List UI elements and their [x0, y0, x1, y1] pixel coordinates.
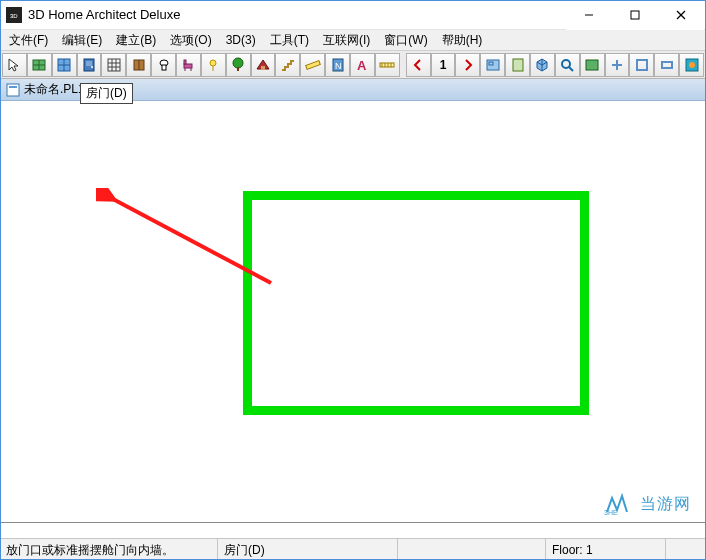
svg-point-24	[210, 60, 216, 66]
status-floor: Floor: 1	[546, 539, 666, 560]
pointer-icon[interactable]	[2, 53, 27, 77]
plan-rectangle[interactable]	[243, 191, 589, 415]
alt-tool-4[interactable]	[654, 53, 679, 77]
stairs-icon[interactable]	[275, 53, 300, 77]
ruler-icon[interactable]	[300, 53, 325, 77]
next-icon[interactable]	[455, 53, 480, 77]
svg-rect-20	[184, 64, 192, 68]
maximize-button[interactable]	[612, 0, 658, 30]
svg-point-14	[91, 66, 93, 68]
zoom-icon[interactable]	[555, 53, 580, 77]
wall-icon[interactable]	[27, 53, 52, 77]
prev-icon[interactable]	[406, 53, 431, 77]
canvas[interactable]: 3HE 当游网	[0, 101, 706, 523]
status-spacer	[398, 539, 546, 560]
elevation-icon[interactable]	[505, 53, 530, 77]
status-end	[666, 539, 706, 560]
svg-point-37	[562, 60, 570, 68]
menu-window[interactable]: 窗口(W)	[377, 30, 434, 51]
lamp-icon[interactable]	[201, 53, 226, 77]
menu-help[interactable]: 帮助(H)	[435, 30, 490, 51]
watermark: 3HE 当游网	[604, 492, 691, 516]
svg-rect-13	[86, 61, 92, 66]
menu-edit[interactable]: 编辑(E)	[55, 30, 109, 51]
svg-rect-44	[7, 84, 19, 96]
document-icon	[6, 83, 20, 97]
svg-rect-19	[162, 65, 166, 70]
app-title: 3D Home Architect Deluxe	[28, 7, 566, 22]
app-icon: 3D	[6, 7, 22, 23]
window-icon[interactable]	[52, 53, 77, 77]
svg-rect-28	[261, 66, 265, 70]
3d-icon[interactable]	[530, 53, 555, 77]
watermark-logo-icon: 3HE	[604, 492, 634, 516]
page-number: 1	[440, 58, 447, 72]
svg-rect-21	[184, 60, 186, 64]
fire-icon[interactable]	[679, 53, 704, 77]
svg-rect-41	[662, 62, 672, 68]
svg-line-38	[569, 67, 573, 71]
toilet-icon[interactable]	[151, 53, 176, 77]
close-button[interactable]	[658, 0, 704, 30]
tree-icon[interactable]	[226, 53, 251, 77]
svg-rect-39	[586, 60, 598, 70]
alt-tool-3[interactable]	[629, 53, 654, 77]
dimension-icon[interactable]	[375, 53, 400, 77]
menu-file[interactable]: 文件(F)	[2, 30, 55, 51]
statusbar: 放门口或标准摇摆舱门向内墙。 房门(D) Floor: 1	[0, 538, 706, 560]
watermark-text: 当游网	[640, 494, 691, 515]
svg-rect-36	[513, 59, 523, 71]
cabinet-icon[interactable]	[126, 53, 151, 77]
svg-point-26	[233, 58, 243, 68]
svg-rect-45	[9, 86, 17, 88]
text-icon[interactable]: A	[350, 53, 375, 77]
svg-rect-15	[108, 59, 120, 71]
menu-options[interactable]: 选项(O)	[163, 30, 218, 51]
svg-line-46	[111, 198, 271, 283]
svg-rect-27	[237, 67, 239, 71]
window-controls	[566, 0, 704, 30]
chair-icon[interactable]	[176, 53, 201, 77]
alt-tool-1[interactable]	[580, 53, 605, 77]
alt-tool-2[interactable]	[605, 53, 630, 77]
annotation-arrow	[96, 188, 286, 298]
titlebar: 3D 3D Home Architect Deluxe	[0, 0, 706, 30]
menu-build[interactable]: 建立(B)	[109, 30, 163, 51]
toolbar: N A 1	[0, 51, 706, 79]
svg-rect-40	[637, 60, 647, 70]
tooltip: 房门(D)	[80, 83, 133, 104]
svg-rect-3	[631, 11, 639, 19]
grid-icon[interactable]	[101, 53, 126, 77]
svg-text:3D: 3D	[10, 13, 18, 19]
roof-icon[interactable]	[251, 53, 276, 77]
page-1-icon[interactable]: 1	[431, 53, 456, 77]
menu-internet[interactable]: 互联网(I)	[316, 30, 377, 51]
door-icon[interactable]	[77, 53, 102, 77]
svg-rect-29	[305, 60, 320, 69]
svg-text:A: A	[357, 58, 367, 73]
menu-3d[interactable]: 3D(3)	[219, 31, 263, 49]
note-icon[interactable]: N	[325, 53, 350, 77]
minimize-button[interactable]	[566, 0, 612, 30]
menubar: 文件(F) 编辑(E) 建立(B) 选项(O) 3D(3) 工具(T) 互联网(…	[0, 30, 706, 51]
plan-icon[interactable]	[480, 53, 505, 77]
status-tool: 房门(D)	[218, 539, 398, 560]
menu-tools[interactable]: 工具(T)	[263, 30, 316, 51]
status-hint: 放门口或标准摇摆舱门向内墙。	[0, 539, 218, 560]
svg-point-43	[689, 62, 695, 68]
svg-text:N: N	[335, 61, 342, 71]
svg-text:3HE: 3HE	[604, 509, 618, 516]
